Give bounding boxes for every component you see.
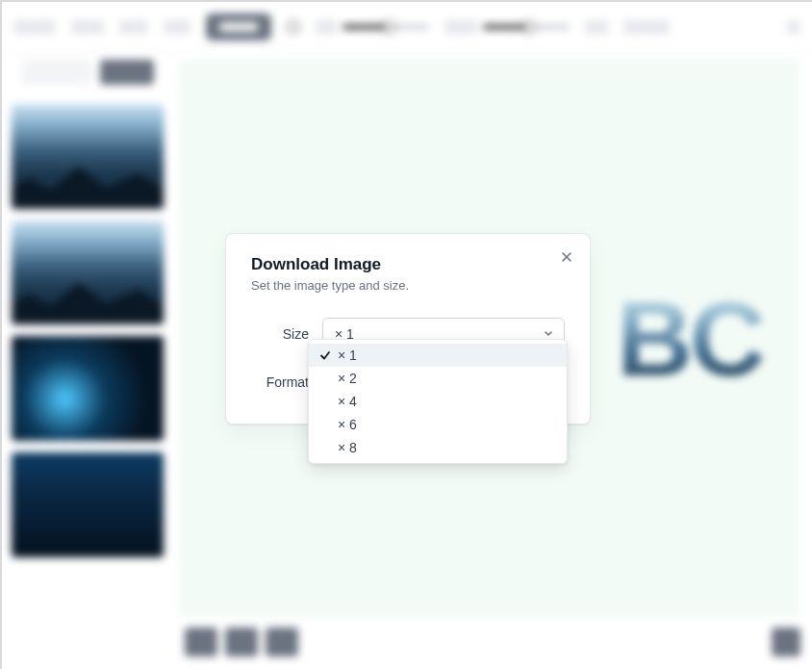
blur-slider[interactable] xyxy=(316,20,429,34)
footer-button[interactable] xyxy=(772,628,800,656)
sidebar xyxy=(2,52,173,669)
search-row xyxy=(12,52,164,92)
top-toolbar xyxy=(2,2,812,52)
toolbar-item[interactable] xyxy=(13,20,56,34)
size-option[interactable]: × 4 xyxy=(309,390,567,413)
toolbar-item[interactable] xyxy=(585,20,608,34)
dialog-title: Download Image xyxy=(251,255,565,274)
close-button[interactable] xyxy=(557,247,576,267)
size-option[interactable]: × 1 xyxy=(309,344,567,367)
footer-button[interactable] xyxy=(266,628,298,656)
image-thumbnail[interactable] xyxy=(12,336,164,441)
image-thumbnail[interactable] xyxy=(12,220,164,325)
size-option-label: × 2 xyxy=(338,371,357,386)
size-option[interactable]: × 6 xyxy=(309,413,567,436)
canvas-text: BC xyxy=(617,277,762,399)
search-input[interactable] xyxy=(21,60,92,85)
overflow-icon[interactable] xyxy=(787,20,800,34)
size-option-label: × 1 xyxy=(338,347,357,363)
toolbar-item[interactable] xyxy=(623,20,670,34)
dialog-subtitle: Set the image type and size. xyxy=(251,278,565,293)
weight-slider[interactable] xyxy=(444,20,570,34)
footer-button[interactable] xyxy=(185,628,217,656)
toolbar-icon[interactable] xyxy=(287,20,300,34)
close-icon xyxy=(560,250,573,264)
size-dropdown-menu: × 1× 2× 4× 6× 8 xyxy=(308,339,568,464)
toolbar-item[interactable] xyxy=(119,20,148,34)
check-icon xyxy=(318,348,332,362)
size-option-label: × 6 xyxy=(338,417,357,432)
size-option-label: × 4 xyxy=(338,394,357,409)
toolbar-item[interactable] xyxy=(164,20,190,34)
toolbar-item[interactable] xyxy=(71,20,104,34)
image-thumbnail[interactable] xyxy=(12,452,164,557)
search-button[interactable] xyxy=(100,60,154,85)
bottom-toolbar xyxy=(173,623,812,661)
size-option-label: × 8 xyxy=(338,440,357,455)
footer-button[interactable] xyxy=(225,628,258,656)
size-option[interactable]: × 2 xyxy=(309,367,567,390)
image-thumbnail[interactable] xyxy=(12,104,164,209)
size-option[interactable]: × 8 xyxy=(309,436,567,459)
replace-button[interactable] xyxy=(206,13,271,40)
